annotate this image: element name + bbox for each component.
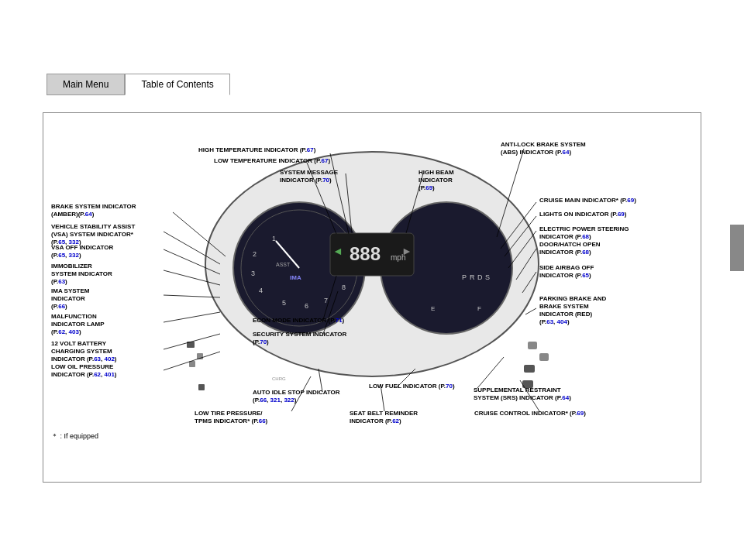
svg-text:SYSTEM (SRS) INDICATOR (P.64): SYSTEM (SRS) INDICATOR (P.64) [474,394,571,401]
svg-text:(AMBER)(P.64): (AMBER)(P.64) [51,211,95,218]
svg-text:MALFUNCTION: MALFUNCTION [51,313,97,320]
svg-text:SYSTEM MESSAGE: SYSTEM MESSAGE [280,169,339,176]
svg-text:LOW OIL PRESSURE: LOW OIL PRESSURE [51,363,114,370]
svg-text:(P.62, 403): (P.62, 403) [51,328,81,335]
svg-text:＊ : If equipped: ＊ : If equipped [51,432,98,440]
svg-text:8: 8 [342,283,346,291]
svg-text:IMA: IMA [290,274,301,281]
svg-text:INDICATOR: INDICATOR [51,295,85,302]
svg-text:INDICATOR (RED): INDICATOR (RED) [539,311,592,318]
svg-text:12 VOLT BATTERY: 12 VOLT BATTERY [51,340,107,347]
svg-text:SUPPLEMENTAL RESTRAINT: SUPPLEMENTAL RESTRAINT [474,387,561,393]
svg-text:E: E [431,305,435,312]
svg-text:LOW FUEL INDICATOR (P.70): LOW FUEL INDICATOR (P.70) [369,383,455,390]
right-tab [730,225,744,271]
svg-line-80 [164,312,220,322]
svg-text:INDICATOR (P.62, 401): INDICATOR (P.62, 401) [51,371,117,378]
svg-line-93 [477,357,504,388]
svg-text:BRAKE SYSTEM INDICATOR: BRAKE SYSTEM INDICATOR [51,203,136,210]
svg-text:4: 4 [259,287,263,294]
svg-text:SIDE AIRBAG OFF: SIDE AIRBAG OFF [539,264,594,271]
svg-text:2: 2 [253,250,257,258]
bottom-area [0,483,744,560]
diagram-container: 1 2 3 4 5 6 7 8 IMA ASST E F P R D S 888… [43,112,701,483]
svg-text:BRAKE SYSTEM: BRAKE SYSTEM [539,303,589,310]
svg-text:P: P [462,273,467,281]
svg-text:7: 7 [324,297,328,304]
svg-text:SYSTEM INDICATOR: SYSTEM INDICATOR [51,270,112,277]
svg-rect-29 [198,384,205,390]
svg-text:(P.63, 404): (P.63, 404) [539,318,570,325]
top-navigation: Main Menu Table of Contents [46,74,230,95]
svg-text:VEHICLE STABILITY ASSIST: VEHICLE STABILITY ASSIST [51,223,135,230]
svg-text:SEAT BELT REMINDER: SEAT BELT REMINDER [350,410,418,417]
svg-text:LOW TEMPERATURE INDICATOR (P.6: LOW TEMPERATURE INDICATOR (P.67) [214,157,330,164]
svg-text:S: S [485,273,490,281]
svg-line-96 [164,352,220,370]
svg-text:◄: ◄ [332,245,343,257]
svg-text:IMMOBILIZER: IMMOBILIZER [51,263,92,270]
svg-text:5: 5 [282,299,286,307]
svg-text:888: 888 [350,243,381,264]
svg-text:CRUISE CONTROL INDICATOR* (P.6: CRUISE CONTROL INDICATOR* (P.69) [474,410,586,417]
svg-text:INDICATOR (P.63, 402): INDICATOR (P.63, 402) [51,356,117,362]
svg-text:IMA SYSTEM: IMA SYSTEM [51,287,90,294]
svg-text:AUTO IDLE STOP INDICATOR: AUTO IDLE STOP INDICATOR [253,389,340,396]
svg-rect-30 [528,342,537,349]
svg-rect-26 [189,361,195,367]
svg-text:(P.69): (P.69) [418,184,435,191]
svg-text:D: D [477,273,483,281]
svg-line-84 [525,308,536,314]
svg-text:INDICATOR (P.70): INDICATOR (P.70) [280,177,332,184]
svg-text:ANTI-LOCK BRAKE SYSTEM: ANTI-LOCK BRAKE SYSTEM [501,141,586,148]
svg-text:(P.63): (P.63) [51,278,67,285]
svg-rect-32 [524,365,535,373]
dashboard-diagram: 1 2 3 4 5 6 7 8 IMA ASST E F P R D S 888… [43,113,701,446]
svg-text:(P.70): (P.70) [253,338,269,345]
svg-text:INDICATOR (P.65): INDICATOR (P.65) [539,272,591,279]
svg-text:ASST: ASST [276,262,291,267]
svg-text:R: R [470,273,475,281]
svg-text:INDICATOR LAMP: INDICATOR LAMP [51,321,105,328]
svg-text:INDICATOR (P.62): INDICATOR (P.62) [350,417,401,424]
svg-text:1: 1 [272,235,276,242]
svg-text:(P.66): (P.66) [51,303,67,310]
svg-text:INDICATOR (P.68): INDICATOR (P.68) [539,233,591,240]
svg-text:F: F [477,305,481,312]
svg-text:(ABS) INDICATOR (P.64): (ABS) INDICATOR (P.64) [501,149,571,156]
svg-text:HIGH TEMPERATURE INDICATOR (P.: HIGH TEMPERATURE INDICATOR (P.67) [198,146,316,153]
svg-text:SECURITY SYSTEM INDICATOR: SECURITY SYSTEM INDICATOR [253,331,347,338]
svg-text:CHRG: CHRG [272,376,286,381]
svg-text:ELECTRIC POWER STEERING: ELECTRIC POWER STEERING [539,225,629,232]
svg-text:TPMS INDICATOR* (P.66): TPMS INDICATOR* (P.66) [195,417,268,424]
table-of-contents-button[interactable]: Table of Contents [125,74,229,95]
svg-text:DOOR/HATCH OPEN: DOOR/HATCH OPEN [539,241,601,248]
svg-text:INDICATOR (P.68): INDICATOR (P.68) [539,249,591,256]
svg-text:HIGH BEAM: HIGH BEAM [418,169,454,176]
svg-text:PARKING BRAKE AND: PARKING BRAKE AND [539,295,606,302]
svg-text:3: 3 [251,270,255,277]
svg-rect-31 [539,353,549,361]
svg-text:LIGHTS ON INDICATOR (P.69): LIGHTS ON INDICATOR (P.69) [539,211,627,218]
svg-text:(P.66, 321, 322): (P.66, 321, 322) [253,397,297,404]
svg-text:CRUISE MAIN INDICATOR* (P.69): CRUISE MAIN INDICATOR* (P.69) [539,197,636,204]
svg-text:6: 6 [305,302,308,310]
svg-text:ECON MODE INDICATOR (P.71): ECON MODE INDICATOR (P.71) [253,317,345,324]
main-menu-button[interactable]: Main Menu [46,74,125,95]
svg-text:LOW TIRE PRESSURE/: LOW TIRE PRESSURE/ [195,410,263,417]
svg-text:(P.65, 332): (P.65, 332) [51,252,81,259]
svg-text:INDICATOR: INDICATOR [418,177,453,184]
svg-text:►: ► [401,245,412,257]
svg-text:VSA OFF INDICATOR: VSA OFF INDICATOR [51,244,114,251]
svg-text:CHARGING SYSTEM: CHARGING SYSTEM [51,348,112,355]
svg-text:(VSA) SYSTEM INDICATOR*: (VSA) SYSTEM INDICATOR* [51,231,134,238]
